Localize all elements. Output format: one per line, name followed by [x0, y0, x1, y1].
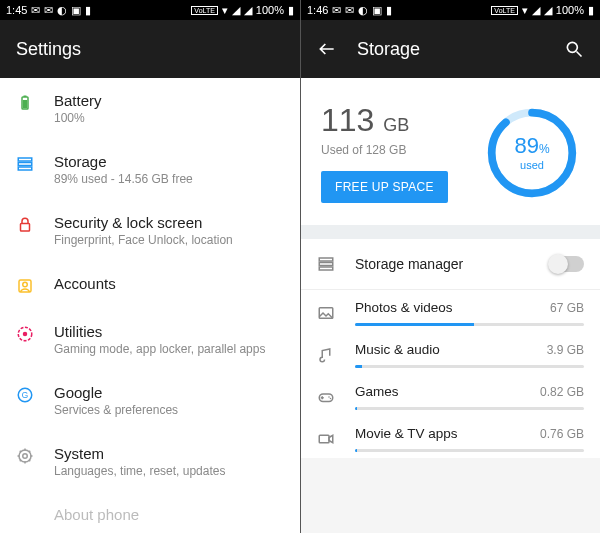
category-size: 67 GB	[550, 301, 584, 315]
signal-icon: ◢	[544, 4, 552, 17]
svg-rect-3	[18, 158, 32, 161]
music-icon	[317, 346, 335, 364]
storage-icon	[16, 155, 34, 173]
category-bar	[355, 365, 584, 368]
storage-manager-label: Storage manager	[355, 256, 463, 272]
volte-icon: VoLTE	[191, 6, 218, 15]
svg-rect-6	[21, 224, 30, 232]
category-bar	[355, 449, 584, 452]
settings-item-subtitle: Fingerprint, Face Unlock, location	[54, 233, 284, 247]
storage-manager-row[interactable]: Storage manager	[301, 239, 600, 289]
settings-item-title: Battery	[54, 92, 284, 109]
storage-content[interactable]: 113 GB Used of 128 GB FREE UP SPACE 89% …	[301, 78, 600, 533]
signal-icon: ◢	[232, 4, 240, 17]
wifi-icon: ▾	[522, 4, 528, 17]
settings-item-title: System	[54, 445, 284, 462]
section-divider	[301, 225, 600, 239]
storage-manager-toggle[interactable]	[550, 256, 584, 272]
search-icon	[564, 39, 584, 59]
signal-icon: ◢	[244, 4, 252, 17]
category-title: Games	[355, 384, 399, 399]
settings-item-storage[interactable]: Storage 89% used - 14.56 GB free	[0, 139, 300, 200]
svg-text:G: G	[22, 391, 28, 400]
category-size: 3.9 GB	[547, 343, 584, 357]
notif-icon: ✉	[31, 4, 40, 17]
svg-rect-1	[24, 96, 27, 98]
svg-rect-20	[319, 267, 333, 270]
back-button[interactable]	[317, 39, 337, 59]
settings-item-about[interactable]: About phone	[0, 492, 300, 533]
category-title: Music & audio	[355, 342, 440, 357]
settings-item-subtitle: 100%	[54, 111, 284, 125]
free-up-space-button[interactable]: FREE UP SPACE	[321, 171, 448, 203]
notif-icon: ▮	[386, 4, 392, 17]
settings-item-security[interactable]: Security & lock screen Fingerprint, Face…	[0, 200, 300, 261]
volte-icon: VoLTE	[491, 6, 518, 15]
arrow-left-icon	[317, 39, 337, 59]
storage-summary: 113 GB Used of 128 GB FREE UP SPACE 89% …	[301, 78, 600, 225]
page-title: Settings	[16, 39, 81, 60]
svg-point-23	[328, 396, 330, 398]
svg-rect-5	[18, 167, 32, 170]
appbar: Storage	[301, 20, 600, 78]
settings-item-accounts[interactable]: Accounts	[0, 261, 300, 309]
google-icon: G	[16, 386, 34, 404]
settings-item-title: Security & lock screen	[54, 214, 284, 231]
category-photos[interactable]: Photos & videos 67 GB	[301, 290, 600, 332]
appbar: Settings	[0, 20, 300, 78]
settings-list[interactable]: Battery 100% Storage 89% used - 14.56 GB…	[0, 78, 300, 533]
svg-point-10	[23, 332, 28, 337]
video-icon	[317, 430, 335, 448]
battery-icon: ▮	[288, 4, 294, 17]
svg-rect-4	[18, 163, 32, 166]
settings-item-title: About phone	[54, 506, 284, 523]
settings-item-title: Utilities	[54, 323, 284, 340]
notif-icon: ◐	[358, 4, 368, 17]
notif-icon: ◐	[57, 4, 67, 17]
storage-screen: 1:46 ✉ ✉ ◐ ▣ ▮ VoLTE ▾ ◢ ◢ 100% ▮ Storag…	[300, 0, 600, 533]
notif-icon: ✉	[345, 4, 354, 17]
category-title: Movie & TV apps	[355, 426, 458, 441]
svg-rect-25	[319, 435, 329, 443]
settings-item-title: Google	[54, 384, 284, 401]
notif-icon: ✉	[332, 4, 341, 17]
category-games[interactable]: Games 0.82 GB	[301, 374, 600, 416]
settings-item-subtitle: Gaming mode, app locker, parallel apps	[54, 342, 284, 356]
used-amount: 113 GB	[321, 102, 448, 139]
settings-item-google[interactable]: G Google Services & preferences	[0, 370, 300, 431]
settings-item-subtitle: 89% used - 14.56 GB free	[54, 172, 284, 186]
category-size: 0.82 GB	[540, 385, 584, 399]
notif-icon: ▮	[85, 4, 91, 17]
settings-item-subtitle: Services & preferences	[54, 403, 284, 417]
accounts-icon	[16, 277, 34, 295]
category-bar	[355, 407, 584, 410]
battery-icon: ▮	[588, 4, 594, 17]
signal-icon: ◢	[532, 4, 540, 17]
status-bar: 1:45 ✉ ✉ ◐ ▣ ▮ VoLTE ▾ ◢ ◢ 100% ▮	[0, 0, 300, 20]
settings-item-battery[interactable]: Battery 100%	[0, 78, 300, 139]
photo-icon	[317, 304, 335, 322]
settings-item-title: Accounts	[54, 275, 284, 292]
battery-pct: 100%	[256, 4, 284, 16]
category-movies[interactable]: Movie & TV apps 0.76 GB	[301, 416, 600, 458]
battery-pct: 100%	[556, 4, 584, 16]
settings-item-title: Storage	[54, 153, 284, 170]
svg-point-8	[23, 282, 28, 287]
svg-point-24	[330, 398, 332, 400]
svg-rect-2	[23, 100, 28, 108]
gamepad-icon	[317, 388, 335, 406]
search-button[interactable]	[564, 39, 584, 59]
gear-icon	[16, 447, 34, 465]
usage-ring: 89% used	[484, 105, 580, 201]
status-time: 1:45	[6, 4, 27, 16]
settings-item-subtitle: Languages, time, reset, updates	[54, 464, 284, 478]
page-title: Storage	[357, 39, 420, 60]
settings-screen: 1:45 ✉ ✉ ◐ ▣ ▮ VoLTE ▾ ◢ ◢ 100% ▮ Settin…	[0, 0, 300, 533]
svg-point-15	[567, 42, 577, 52]
category-music[interactable]: Music & audio 3.9 GB	[301, 332, 600, 374]
status-bar: 1:46 ✉ ✉ ◐ ▣ ▮ VoLTE ▾ ◢ ◢ 100% ▮	[301, 0, 600, 20]
settings-item-utilities[interactable]: Utilities Gaming mode, app locker, paral…	[0, 309, 300, 370]
storage-manager-icon	[317, 255, 335, 273]
category-title: Photos & videos	[355, 300, 453, 315]
settings-item-system[interactable]: System Languages, time, reset, updates	[0, 431, 300, 492]
